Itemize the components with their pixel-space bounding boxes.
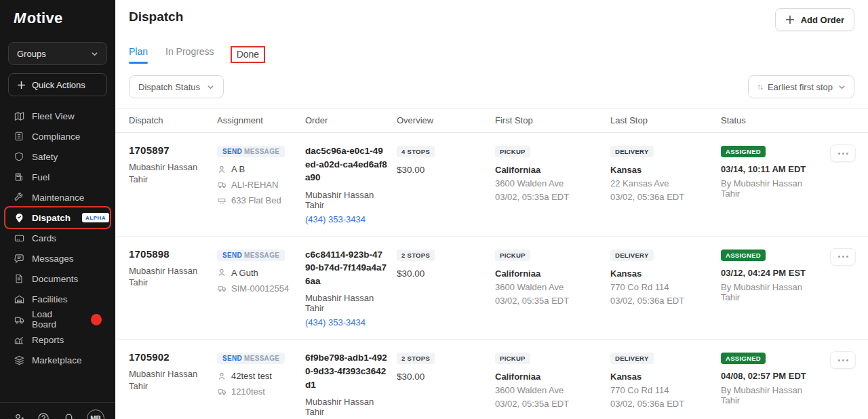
page-header: Dispatch Add Order bbox=[115, 0, 868, 31]
groups-dropdown[interactable]: Groups bbox=[8, 42, 107, 65]
tab-done[interactable]: Done bbox=[232, 47, 264, 62]
warehouse-icon bbox=[14, 294, 24, 304]
sidebar-item-dispatch[interactable]: Dispatch ALPHA bbox=[5, 207, 110, 228]
column-header-order: Order bbox=[305, 115, 397, 125]
last-stop-address: 770 Co Rd 114 bbox=[610, 385, 711, 395]
dispatch-by: Mubashir Hassan Tahir bbox=[129, 161, 208, 185]
last-stop-address: 22 Kansas Ave bbox=[610, 178, 711, 188]
plus-icon bbox=[17, 81, 26, 89]
bell-icon[interactable] bbox=[62, 411, 77, 419]
row-menu-button[interactable] bbox=[830, 144, 856, 162]
order-phone-link[interactable]: (434) 353-3434 bbox=[305, 214, 366, 224]
sidebar-item-label: Facilities bbox=[32, 294, 68, 304]
vehicle-line: SIM-00012554 bbox=[217, 283, 296, 294]
person-icon bbox=[217, 165, 226, 174]
dispatch-cell: 1705902 Mubashir Hassan Tahir bbox=[129, 351, 217, 419]
assignment-cell: SEND MESSAGE A Guth SIM-00012554 bbox=[217, 248, 305, 329]
sidebar-item-fuel[interactable]: Fuel bbox=[5, 167, 110, 187]
row-actions bbox=[829, 351, 868, 419]
column-header-first-stop: First Stop bbox=[495, 115, 610, 125]
sidebar-item-compliance[interactable]: Compliance bbox=[5, 126, 110, 146]
help-icon[interactable] bbox=[36, 411, 51, 419]
filter-row: Dispatch Status ↑↓ Earliest first stop bbox=[115, 64, 868, 108]
vehicle-name: ALI-REHAN bbox=[231, 180, 278, 190]
row-actions bbox=[829, 248, 868, 329]
vehicle-line: ALI-REHAN bbox=[217, 180, 296, 190]
sidebar-item-maintenance[interactable]: Maintenance bbox=[5, 187, 110, 207]
order-amount: $30.00 bbox=[397, 165, 486, 175]
trailer-icon bbox=[217, 196, 226, 205]
driver-line: 42test test bbox=[217, 371, 296, 381]
driver-name: 42test test bbox=[231, 371, 272, 381]
sidebar-item-messages[interactable]: Messages bbox=[5, 248, 110, 268]
map-icon bbox=[14, 111, 24, 121]
sidebar-item-label: Dispatch bbox=[32, 213, 71, 223]
sidebar-item-label: Load Board bbox=[32, 309, 77, 330]
pickup-badge: PICKUP bbox=[495, 250, 530, 261]
table-header: Dispatch Assignment Order Overview First… bbox=[115, 108, 868, 133]
card-icon bbox=[14, 233, 24, 243]
sidebar-item-cards[interactable]: Cards bbox=[5, 228, 110, 248]
sidebar-item-label: Reports bbox=[32, 335, 64, 345]
tab-plan[interactable]: Plan bbox=[129, 46, 148, 64]
sidebar-item-safety[interactable]: Safety bbox=[5, 146, 110, 167]
sidebar: Motive Groups Quick Actions Fleet View C… bbox=[0, 0, 115, 419]
dispatch-status-label: Dispatch Status bbox=[138, 82, 200, 92]
sidebar-item-facilities[interactable]: Facilities bbox=[5, 289, 110, 309]
stops-badge: 4 STOPS bbox=[397, 146, 435, 157]
status-cell: ASSIGNED 03/12, 04:24 PM EST By Mubashir… bbox=[721, 248, 829, 329]
sidebar-item-label: Documents bbox=[32, 274, 78, 284]
truck-icon bbox=[217, 180, 226, 189]
send-message-button[interactable]: SEND MESSAGE bbox=[217, 353, 285, 364]
row-actions bbox=[829, 144, 868, 225]
sidebar-item-fleet-view[interactable]: Fleet View bbox=[5, 106, 110, 126]
person-icon bbox=[217, 372, 226, 380]
status-cell: ASSIGNED 04/08, 02:57 PM EDT By Mubashir… bbox=[721, 351, 829, 419]
clipboard-icon bbox=[14, 131, 24, 142]
chevron-down-icon bbox=[838, 83, 846, 91]
table-row: 1705898 Mubashir Hassan Tahir SEND MESSA… bbox=[115, 237, 868, 340]
first-stop-cell: PICKUP Californiaa 3600 Walden Ave 03/02… bbox=[495, 248, 610, 329]
driver-name: A Guth bbox=[231, 268, 258, 278]
motive-logo: Motive bbox=[0, 0, 115, 34]
quick-actions-button[interactable]: Quick Actions bbox=[8, 73, 107, 96]
truck-icon bbox=[217, 284, 226, 293]
add-order-button[interactable]: Add Order bbox=[775, 8, 854, 31]
status-by: By Mubashir Hassan Tahir bbox=[721, 178, 820, 199]
sidebar-item-load-board[interactable]: Load Board bbox=[5, 309, 110, 330]
first-stop-name: Californiaa bbox=[495, 165, 601, 175]
dispatch-pin-icon bbox=[14, 212, 24, 223]
sidebar-item-documents[interactable]: Documents bbox=[5, 268, 110, 289]
column-header-status: Status bbox=[721, 115, 829, 125]
overview-cell: 2 STOPS $30.00 bbox=[397, 351, 495, 419]
order-phone-link[interactable]: (434) 353-3434 bbox=[305, 317, 366, 327]
dispatch-status-dropdown[interactable]: Dispatch Status bbox=[129, 75, 224, 98]
sort-dropdown[interactable]: ↑↓ Earliest first stop bbox=[748, 75, 854, 98]
driver-name: A B bbox=[231, 164, 245, 174]
send-message-button[interactable]: SEND MESSAGE bbox=[217, 146, 285, 157]
user-avatar[interactable]: MB bbox=[87, 410, 104, 419]
stops-badge: 2 STOPS bbox=[397, 250, 435, 261]
send-message-button[interactable]: SEND MESSAGE bbox=[217, 250, 285, 261]
dispatch-id: 1705898 bbox=[129, 248, 208, 260]
row-menu-button[interactable] bbox=[830, 248, 856, 266]
dispatch-id: 1705902 bbox=[129, 351, 208, 363]
order-amount: $30.00 bbox=[397, 372, 486, 382]
logo-text: otive bbox=[27, 9, 63, 26]
first-stop-cell: PICKUP Californiaa 3600 Walden Ave 03/02… bbox=[495, 144, 610, 225]
sidebar-item-label: Marketplace bbox=[32, 355, 82, 365]
delivery-badge: DELIVERY bbox=[610, 353, 654, 364]
groups-label: Groups bbox=[17, 49, 46, 59]
order-cell: dac5c96a-e0c1-49ed-a02d-ca4ed6af8a90 Mub… bbox=[305, 144, 397, 225]
order-contact: Mubashir Hassan Tahir bbox=[305, 397, 387, 417]
vehicle-line: 1210test bbox=[217, 386, 296, 397]
table-row: 1705902 Mubashir Hassan Tahir SEND MESSA… bbox=[115, 340, 868, 419]
sidebar-item-reports[interactable]: Reports bbox=[5, 330, 110, 350]
tab-in-progress[interactable]: In Progress bbox=[165, 46, 214, 64]
row-menu-button[interactable] bbox=[830, 351, 856, 369]
invite-user-icon[interactable] bbox=[11, 411, 26, 419]
chevron-down-icon bbox=[91, 50, 98, 58]
status-badge: ASSIGNED bbox=[721, 250, 766, 261]
table-row: 1705897 Mubashir Hassan Tahir SEND MESSA… bbox=[115, 133, 868, 237]
sidebar-item-marketplace[interactable]: Marketplace bbox=[5, 350, 110, 370]
